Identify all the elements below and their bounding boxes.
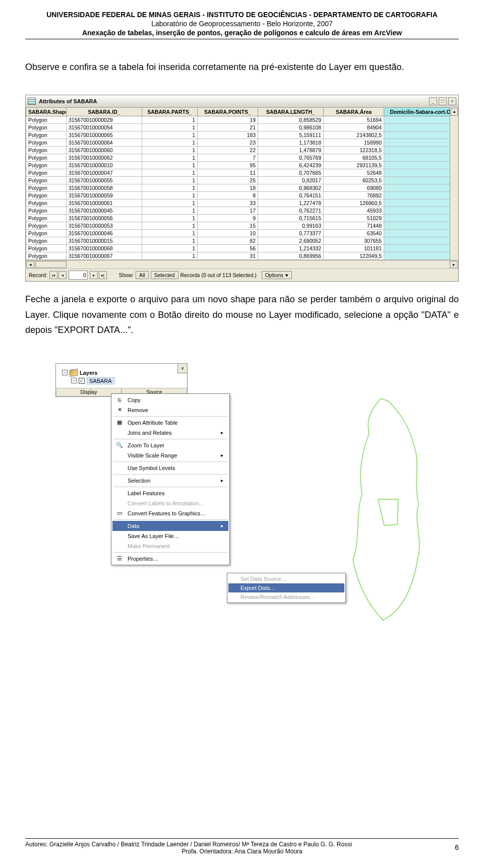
submenu-arrow-icon: ▸ bbox=[221, 430, 223, 435]
blank-icon bbox=[115, 429, 124, 436]
horizontal-scrollbar[interactable]: ◂ ▸ bbox=[26, 260, 458, 269]
menu-item-save-as-layer-file[interactable]: Save As Layer File… bbox=[112, 531, 228, 541]
table-row[interactable]: Polygon3156700100000641231,173818158990 bbox=[26, 139, 450, 147]
record-number-input[interactable] bbox=[69, 271, 88, 280]
close-button[interactable]: × bbox=[448, 97, 456, 105]
table-row[interactable]: Polygon315670010000059180,76415176892 bbox=[26, 192, 450, 199]
layer-name-sabara[interactable]: SABARA bbox=[87, 377, 114, 384]
table-row[interactable]: Polygon3156700100000671310,869956122049,… bbox=[26, 252, 450, 260]
col-header[interactable]: SABARA.Shape bbox=[26, 108, 67, 116]
table-row[interactable]: Polygon3156700100000611331,227478126860,… bbox=[26, 199, 450, 207]
col-header[interactable]: Domicilio-Sabara-cort.OII bbox=[384, 108, 450, 116]
table-row[interactable]: Polygon3156700100000601221,478879122318,… bbox=[26, 147, 450, 154]
menu-item-label: Convert Features to Graphics… bbox=[128, 510, 206, 516]
table-icon: ▦ bbox=[115, 419, 124, 426]
zoom-icon: 🔍 bbox=[115, 442, 124, 449]
layers-root-label: Layers bbox=[80, 370, 97, 376]
scroll-thumb[interactable] bbox=[35, 261, 67, 268]
col-header[interactable]: SABARA.Área bbox=[324, 108, 384, 116]
record-count-text: Records (0 out of 113 Selected.) bbox=[180, 272, 257, 278]
paragraph-1: Observe e confira se a tabela foi inseri… bbox=[25, 59, 459, 75]
attributes-table[interactable]: SABARA.ShapeSABARA.ID_SABARA.PARTS_SABAR… bbox=[26, 107, 450, 260]
vertical-scrollbar[interactable]: ▴ bbox=[450, 107, 458, 260]
table-row[interactable]: Polygon3156700100000451170,76227145933 bbox=[26, 207, 450, 215]
first-record-button[interactable]: |◂ bbox=[49, 271, 57, 279]
menu-item-remove[interactable]: ✕Remove bbox=[112, 405, 228, 415]
blank-icon bbox=[115, 522, 124, 529]
menu-item-copy[interactable]: ⎘Copy bbox=[112, 395, 228, 405]
menu-item-use-symbol-levels[interactable]: Use Symbol Levels bbox=[112, 463, 228, 473]
table-row[interactable]: Polygon3156700100000541210,98610884904 bbox=[26, 124, 450, 131]
table-row[interactable]: Polygon3156700100000581180,96830269080 bbox=[26, 184, 450, 192]
table-row[interactable]: Polygon31567001000006511835,159111214380… bbox=[26, 131, 450, 139]
menu-item-open-attribute-table[interactable]: ▦Open Attribute Table bbox=[112, 418, 228, 428]
attributes-titlebar[interactable]: Attributes of SABARA _ □ × bbox=[26, 95, 458, 107]
blank-icon bbox=[115, 500, 124, 507]
menu-item-properties[interactable]: ☰Properties… bbox=[112, 554, 228, 564]
next-record-button[interactable]: ▸ bbox=[90, 271, 98, 279]
props-icon: ☰ bbox=[115, 555, 124, 562]
header-line2: Laboratório de Geoprocessamento - Belo H… bbox=[25, 19, 459, 28]
copy-icon: ⎘ bbox=[115, 396, 124, 404]
maximize-button[interactable]: □ bbox=[439, 97, 447, 105]
menu-item-label: Selection bbox=[128, 478, 150, 484]
collapse-item-icon[interactable]: − bbox=[71, 378, 77, 383]
table-row[interactable]: Polygon3156700100000551250,8201760253,5 bbox=[26, 177, 450, 184]
record-label: Record: bbox=[29, 272, 47, 278]
col-header[interactable]: SABARA.ID_ bbox=[67, 108, 142, 116]
collapse-icon[interactable]: − bbox=[62, 370, 68, 375]
table-row[interactable]: Polygon3156700100000151822,690052307655 bbox=[26, 237, 450, 245]
table-row[interactable]: Polygon3156700100000531150,9916371448 bbox=[26, 222, 450, 230]
blank-icon bbox=[115, 452, 124, 459]
submenu-arrow-icon: ▸ bbox=[221, 478, 223, 483]
options-dropdown[interactable]: Options▾ bbox=[262, 271, 292, 279]
menu-item-convert-features-to-graphics[interactable]: ▭Convert Features to Graphics… bbox=[112, 508, 228, 518]
scroll-right-button[interactable]: ▸ bbox=[450, 261, 458, 268]
prev-record-button[interactable]: ◂ bbox=[58, 271, 67, 279]
table-row[interactable]: Polygon3156700100000101956,4242392931139… bbox=[26, 162, 450, 169]
scroll-left-button[interactable]: ◂ bbox=[26, 261, 34, 268]
last-record-button[interactable]: ▸| bbox=[99, 271, 107, 279]
menu-item-make-permanent: Make Permanent bbox=[112, 541, 228, 551]
menu-item-label-features[interactable]: Label Features bbox=[112, 488, 228, 498]
table-row[interactable]: Polygon315670010000056190,71561551029 bbox=[26, 215, 450, 222]
page-footer: Autores: Grazielle Anjos Carvalho / Beat… bbox=[25, 838, 459, 855]
header-rule bbox=[25, 39, 459, 39]
col-header[interactable]: SABARA.POINTS_ bbox=[198, 108, 258, 116]
menu-item-label: Visible Scale Range bbox=[128, 452, 177, 458]
col-header[interactable]: SABARA.LENGTH_ bbox=[258, 108, 324, 116]
paragraph-2: Feche a janela e exporte o arquivo para … bbox=[25, 292, 459, 338]
footer-authors: Autores: Grazielle Anjos Carvalho / Beat… bbox=[25, 841, 459, 848]
menu-item-zoom-to-layer[interactable]: 🔍Zoom To Layer bbox=[112, 440, 228, 450]
table-row[interactable]: Polygon3156700100000291190,85852951694 bbox=[26, 116, 450, 124]
data-submenu[interactable]: Set Data Source…Export Data…Review/Remat… bbox=[227, 573, 346, 603]
submenu-item-export-data[interactable]: Export Data… bbox=[228, 583, 344, 592]
menu-item-joins-and-relates[interactable]: Joins and Relates▸ bbox=[112, 428, 228, 438]
datasheet-icon bbox=[28, 98, 36, 105]
col-header[interactable]: SABARA.PARTS_ bbox=[142, 108, 198, 116]
blank-icon bbox=[115, 490, 124, 497]
menu-item-visible-scale-range[interactable]: Visible Scale Range▸ bbox=[112, 450, 228, 460]
show-selected-button[interactable]: Selected bbox=[151, 271, 178, 279]
menu-item-label: Properties… bbox=[128, 556, 158, 562]
blank-icon bbox=[115, 477, 124, 484]
menu-item-label: Convert Labels to Annotation… bbox=[128, 500, 204, 506]
layer-context-menu[interactable]: ⎘Copy✕Remove▦Open Attribute TableJoins a… bbox=[111, 393, 230, 565]
toc-panel[interactable]: × − Layers − ✓ SABARA Display Source bbox=[55, 363, 188, 397]
layers-stack-icon bbox=[70, 369, 78, 377]
chevron-down-icon: ▾ bbox=[285, 272, 288, 278]
table-row[interactable]: Polygon3156700100000461100,77337763540 bbox=[26, 230, 450, 237]
layer-checkbox[interactable]: ✓ bbox=[79, 378, 85, 384]
table-row[interactable]: Polygon315670010000062170,76576968105,5 bbox=[26, 154, 450, 162]
show-label: Show: bbox=[119, 272, 134, 278]
table-row[interactable]: Polygon3156700100000681561,214332101181 bbox=[26, 245, 450, 252]
toc-close-button[interactable]: × bbox=[177, 363, 188, 373]
menu-item-label: Open Attribute Table bbox=[128, 420, 177, 426]
menu-item-label: Joins and Relates bbox=[128, 430, 171, 436]
menu-item-data[interactable]: Data▸ bbox=[112, 521, 228, 531]
remove-icon: ✕ bbox=[115, 407, 124, 414]
table-row[interactable]: Polygon3156700100000471110,70766552648 bbox=[26, 169, 450, 177]
minimize-button[interactable]: _ bbox=[429, 97, 437, 105]
show-all-button[interactable]: All bbox=[136, 271, 149, 279]
menu-item-selection[interactable]: Selection▸ bbox=[112, 476, 228, 486]
